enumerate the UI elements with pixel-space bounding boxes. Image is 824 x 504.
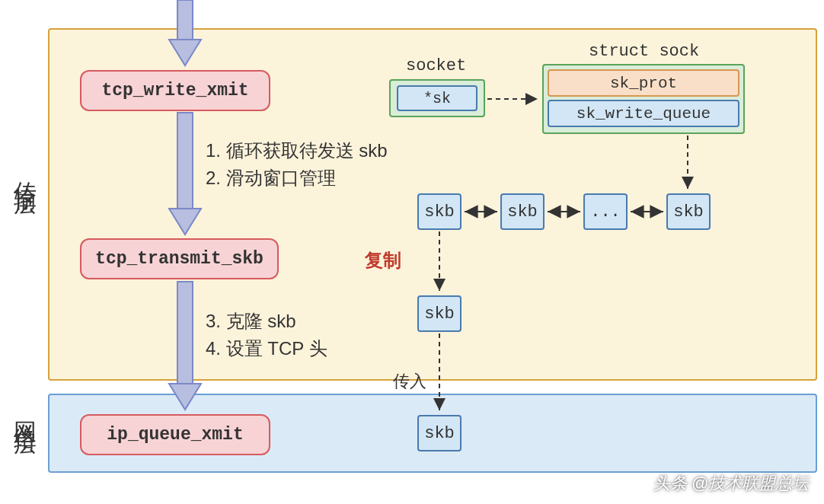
skb-clone: skb [417,295,462,332]
tcp-transmit-skb-box: tcp_transmit_skb [80,238,279,279]
sk-prot-field: sk_prot [548,69,739,97]
step-4: 4. 设置 TCP 头 [206,338,327,359]
skb-queue-dots: ... [583,193,628,230]
skb-queue-2: skb [500,193,545,230]
skb-queue-1: skb [417,193,462,230]
socket-container: *sk [389,79,485,117]
tcp-write-xmit-box: tcp_write_xmit [80,70,270,111]
watermark: 头条 @技术联盟总坛 [653,472,809,495]
struct-sock-title: struct sock [589,42,699,61]
transport-layer-label: 传输层 [9,164,40,182]
pass-label: 传入 [393,370,426,393]
sk-field: *sk [397,85,477,111]
socket-title: socket [406,56,466,75]
sk-write-queue-field: sk_write_queue [548,100,739,127]
step-1: 1. 循环获取待发送 skb [206,140,388,161]
step-2: 2. 滑动窗口管理 [206,167,336,188]
step-1-2: 1. 循环获取待发送 skb 2. 滑动窗口管理 [206,137,388,192]
skb-queue-3: skb [666,193,711,230]
copy-label: 复制 [365,248,401,273]
ip-queue-xmit-box: ip_queue_xmit [80,414,270,455]
step-3-4: 3. 克隆 skb 4. 设置 TCP 头 [206,308,327,362]
skb-passed: skb [417,415,462,451]
struct-sock-container: sk_prot sk_write_queue [542,64,745,134]
network-layer-label: 网络层 [9,404,40,422]
step-3: 3. 克隆 skb [206,311,296,331]
